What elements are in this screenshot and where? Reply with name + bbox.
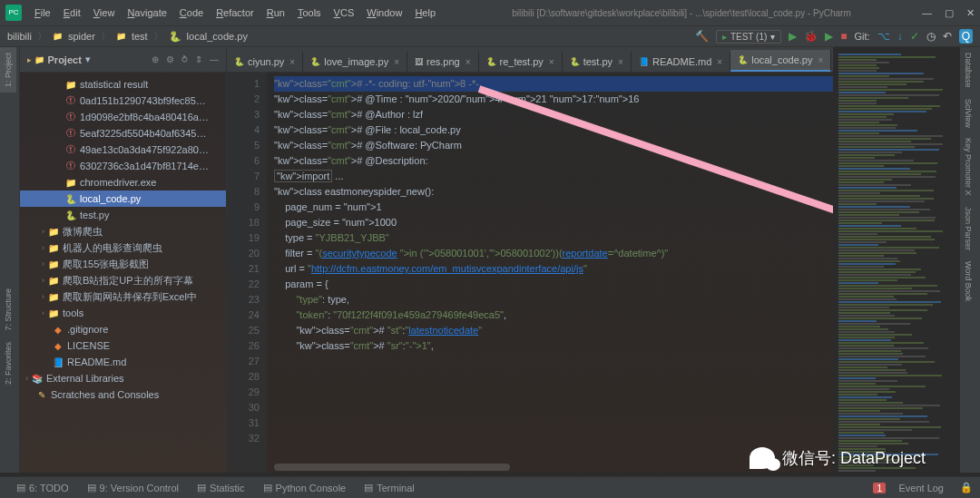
tree-label: 1d9098e2bf8c4ba480416a… xyxy=(80,112,209,122)
status-6--todo[interactable]: ▤ 6: TODO xyxy=(7,482,78,493)
tree-row[interactable]: ›📁微博爬虫 xyxy=(20,223,226,239)
chevron-down-icon[interactable]: ▾ xyxy=(85,54,91,65)
vcs-history-icon[interactable]: ◷ xyxy=(926,30,936,43)
tab-local_code.py[interactable]: 🐍local_code.py× xyxy=(730,50,831,72)
tab-close-icon[interactable]: × xyxy=(618,57,623,67)
panel-icon[interactable]: — xyxy=(210,54,219,64)
code-text[interactable]: "kw">class="cmt"># -*- coding: utf-"num"… xyxy=(267,73,833,473)
tab-label: love_image.py xyxy=(324,56,388,67)
tab-ciyun.py[interactable]: 🐍ciyun.py× xyxy=(227,52,303,72)
folder-icon: 📁 xyxy=(53,32,63,41)
tree-label: 0ad151b1290743bf9fec85… xyxy=(80,95,206,106)
tab-love_image.py[interactable]: 🐍love_image.py× xyxy=(303,52,407,72)
tree-row[interactable]: ◆LICENSE xyxy=(20,337,226,354)
tree-row[interactable]: ⓣ49ae13c0a3da475f922a80… xyxy=(20,142,226,158)
tab-README.md[interactable]: 📘README.md× xyxy=(632,52,730,72)
breadcrumb[interactable]: bilibili〉📁spider〉📁test〉🐍local_code.py xyxy=(7,30,248,44)
tree-row[interactable]: ›📁爬取新闻网站并保存到Excel中 xyxy=(20,288,226,305)
search-icon[interactable]: Q xyxy=(959,29,973,44)
event-log-button[interactable]: Event Log xyxy=(889,483,953,493)
tree-row[interactable]: ›📁爬取155张电影截图 xyxy=(20,256,226,272)
tab-close-icon[interactable]: × xyxy=(818,55,823,65)
run-icon[interactable]: ▶ xyxy=(789,30,797,43)
tree-row[interactable]: 📁chromedriver.exe xyxy=(20,174,226,190)
test-icon: ⓣ xyxy=(65,160,76,172)
panel-icon[interactable]: ⥁ xyxy=(181,54,188,64)
menu-refactor[interactable]: Refactor xyxy=(211,4,260,22)
menu-file[interactable]: File xyxy=(29,4,56,22)
menu-edit[interactable]: Edit xyxy=(58,4,86,22)
menu-run[interactable]: Run xyxy=(261,4,290,22)
tree-row[interactable]: ›📚External Libraries xyxy=(20,370,226,386)
hammer-icon[interactable]: 🔨 xyxy=(695,30,709,43)
tool-sciview[interactable]: SciView xyxy=(960,93,976,133)
vcs-revert-icon[interactable]: ↶ xyxy=(943,30,952,43)
tree-row[interactable]: ›📁tools xyxy=(20,305,226,321)
tab-close-icon[interactable]: × xyxy=(289,57,295,67)
tab-close-icon[interactable]: × xyxy=(466,57,471,67)
menu-view[interactable]: View xyxy=(88,4,121,22)
coverage-icon[interactable]: ▶ xyxy=(825,30,833,43)
img-icon: 🖼 xyxy=(415,57,423,66)
tab-re_test.py[interactable]: 🐍re_test.py× xyxy=(479,52,563,72)
tree-row[interactable]: ⓣ1d9098e2bf8c4ba480416a… xyxy=(20,109,226,125)
tool-project[interactable]: 1: Project xyxy=(0,47,16,93)
tab-close-icon[interactable]: × xyxy=(549,57,554,67)
panel-icon[interactable]: ⊕ xyxy=(152,54,159,64)
tree-row[interactable]: ›📁机器人的电影查询爬虫 xyxy=(20,239,226,256)
tool-key-promoter-x[interactable]: Key Promoter X xyxy=(960,132,976,201)
status-9--version-control[interactable]: ▤ 9: Version Control xyxy=(78,482,188,493)
git-icon: ◆ xyxy=(53,341,64,351)
status-python-console[interactable]: ▤ Python Console xyxy=(254,482,356,493)
code-minimap[interactable] xyxy=(833,47,960,473)
vcs-commit-icon[interactable]: ✓ xyxy=(910,30,919,43)
menu-window[interactable]: Window xyxy=(361,4,407,22)
menu-code[interactable]: Code xyxy=(174,4,209,22)
tab-test.py[interactable]: 🐍test.py× xyxy=(563,52,632,72)
stop-icon[interactable]: ■ xyxy=(840,30,847,43)
tab-close-icon[interactable]: × xyxy=(394,57,399,67)
maximize-icon[interactable]: ▢ xyxy=(945,7,954,19)
tab-close-icon[interactable]: × xyxy=(717,57,722,67)
tree-row[interactable]: ⓣ5eaf3225d5504b40af6345… xyxy=(20,125,226,142)
tool-word-book[interactable]: Word Book xyxy=(960,256,976,307)
tree-row[interactable]: 🐍local_code.py xyxy=(20,190,226,207)
panel-icon[interactable]: ⚙ xyxy=(166,54,174,64)
tree-row[interactable]: ⓣ6302736c3a1d47bf81714e… xyxy=(20,158,226,174)
code-area[interactable]: 123456789181920212223242526272829303132 … xyxy=(227,73,833,473)
menu-help[interactable]: Help xyxy=(409,4,441,22)
minimize-icon[interactable]: — xyxy=(922,7,932,19)
menu-navigate[interactable]: Navigate xyxy=(122,4,172,22)
debug-icon[interactable]: 🐞 xyxy=(804,30,818,43)
horizontal-scrollbar[interactable] xyxy=(274,464,510,471)
tool-structure[interactable]: 7: Structure xyxy=(0,283,16,337)
tree-row[interactable]: ⓣ0ad151b1290743bf9fec85… xyxy=(20,93,226,109)
tree-row[interactable]: ◆.gitignore xyxy=(20,321,226,337)
status-terminal[interactable]: ▤ Terminal xyxy=(355,482,424,493)
project-tree[interactable]: 📁statistical resultⓣ0ad151b1290743bf9fec… xyxy=(20,73,226,473)
tree-row[interactable]: 📁statistical result xyxy=(20,76,226,93)
vcs-branch-icon[interactable]: ⌥ xyxy=(877,30,890,43)
vcs-update-icon[interactable]: ↓ xyxy=(897,30,903,43)
lock-icon[interactable]: 🔒 xyxy=(960,482,973,493)
tool-favorites[interactable]: 2: Favorites xyxy=(0,337,16,390)
tree-row[interactable]: ✎Scratches and Consoles xyxy=(20,386,226,403)
close-icon[interactable]: ✕ xyxy=(966,7,975,19)
tab-label: res.png xyxy=(426,56,460,67)
tree-row[interactable]: 📘README.md xyxy=(20,354,226,370)
crumb-local_code.py[interactable]: local_code.py xyxy=(187,31,248,42)
run-config[interactable]: ▸ TEST (1) ▾ xyxy=(716,30,781,44)
tree-row[interactable]: 🐍test.py xyxy=(20,207,226,223)
tool-database[interactable]: Database xyxy=(960,47,976,93)
menu-vcs[interactable]: VCS xyxy=(328,4,360,22)
panel-icon[interactable]: ⇕ xyxy=(195,54,202,64)
status-statistic[interactable]: ▤ Statistic xyxy=(188,482,254,493)
crumb-spider[interactable]: spider xyxy=(68,31,95,42)
crumb-bilibili[interactable]: bilibili xyxy=(7,31,32,42)
left-tool-strip: 1: Project 7: Structure 2: Favorites xyxy=(0,47,20,473)
menu-tools[interactable]: Tools xyxy=(292,4,327,22)
crumb-test[interactable]: test xyxy=(132,31,148,42)
tab-res.png[interactable]: 🖼res.png× xyxy=(407,52,479,72)
tree-row[interactable]: ›📁爬取B站指定UP主的所有字幕 xyxy=(20,272,226,288)
tool-json-parser[interactable]: Json Parser xyxy=(960,201,976,256)
